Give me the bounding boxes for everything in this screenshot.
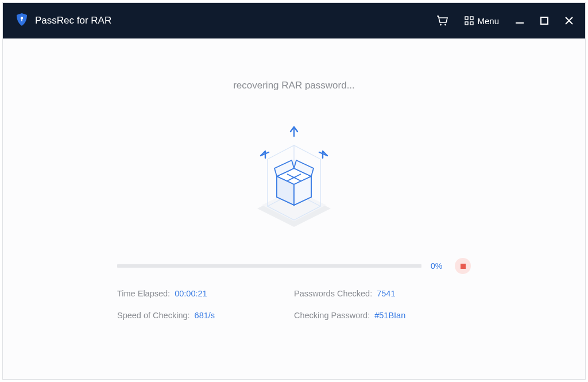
app-title: PassRec for RAR	[35, 15, 111, 26]
checking-password-value: #51BIan	[374, 311, 405, 320]
svg-rect-5	[470, 17, 473, 20]
speed-value: 681/s	[195, 311, 215, 320]
shield-icon	[16, 13, 28, 29]
stat-speed: Speed of Checking: 681/s	[117, 311, 294, 320]
checking-password-label: Checking Password:	[294, 311, 370, 320]
status-text: recovering RAR password...	[233, 80, 355, 91]
svg-rect-7	[470, 22, 473, 25]
close-button[interactable]	[564, 16, 574, 25]
app-window: PassRec for RAR Menu	[2, 2, 586, 380]
box-illustration	[237, 120, 351, 235]
stat-time-elapsed: Time Elapsed: 00:00:21	[117, 289, 294, 298]
maximize-button[interactable]	[540, 17, 548, 25]
titlebar: PassRec for RAR Menu	[3, 3, 585, 38]
svg-rect-1	[21, 19, 22, 21]
stop-button[interactable]	[455, 258, 471, 274]
content-area: recovering RAR password...	[3, 38, 585, 379]
stop-icon	[461, 264, 466, 269]
svg-point-3	[445, 24, 447, 26]
passwords-checked-value: 7541	[377, 289, 395, 298]
minimize-button[interactable]	[515, 16, 524, 25]
progress-bar	[117, 264, 421, 268]
stats-grid: Time Elapsed: 00:00:21 Passwords Checked…	[117, 289, 471, 320]
stat-checking-password: Checking Password: #51BIan	[294, 311, 471, 320]
svg-rect-9	[541, 17, 548, 24]
progress-percent: 0%	[431, 261, 446, 271]
progress-section: 0%	[117, 258, 471, 274]
time-elapsed-label: Time Elapsed:	[117, 289, 170, 298]
time-elapsed-value: 00:00:21	[175, 289, 207, 298]
svg-rect-6	[465, 22, 468, 25]
passwords-checked-label: Passwords Checked:	[294, 289, 372, 298]
menu-button[interactable]: Menu	[465, 16, 499, 26]
titlebar-right: Menu	[436, 15, 574, 26]
titlebar-left: PassRec for RAR	[16, 13, 111, 29]
svg-point-2	[440, 24, 442, 26]
menu-label: Menu	[477, 16, 499, 26]
svg-rect-4	[465, 17, 468, 20]
speed-label: Speed of Checking:	[117, 311, 190, 320]
stat-passwords-checked: Passwords Checked: 7541	[294, 289, 471, 298]
cart-button[interactable]	[436, 15, 448, 26]
